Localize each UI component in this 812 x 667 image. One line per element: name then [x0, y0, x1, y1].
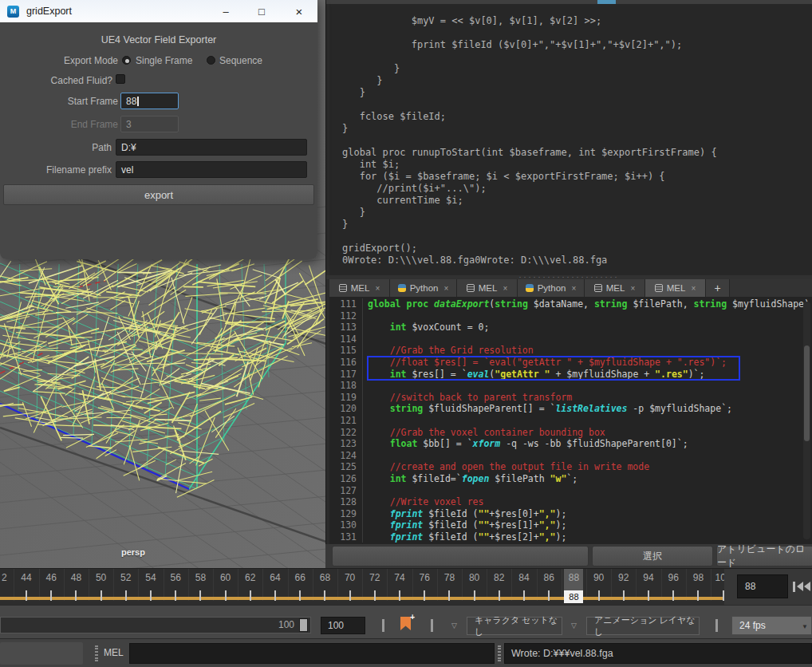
frame-cell-separator: [462, 569, 463, 601]
code-line[interactable]: 124: [329, 450, 812, 462]
frame-ruler[interactable]: 2444648505254565860626466687072747678808…: [0, 569, 724, 606]
code-text: //switch back to parent transform: [363, 392, 572, 404]
export-button[interactable]: export: [3, 184, 314, 205]
attribute-editor-blank-button[interactable]: [332, 546, 589, 566]
code-line[interactable]: 122 //Grab the voxel container bounding …: [329, 427, 812, 439]
code-line[interactable]: 125 //create and open the output file in…: [329, 461, 812, 473]
code-text: [363, 310, 368, 322]
maximize-button[interactable]: □: [250, 0, 274, 22]
dropdown-arrow-icon[interactable]: ▽: [571, 622, 577, 630]
code-scrollbar-thumb[interactable]: [804, 345, 810, 441]
close-button[interactable]: ×: [287, 0, 311, 22]
code-scrollbar[interactable]: [803, 302, 810, 539]
minimize-button[interactable]: –: [214, 0, 238, 22]
divider-handle[interactable]: [715, 619, 718, 632]
bookmark-flag: [400, 617, 411, 630]
character-set-dropdown[interactable]: キャラクタ セットなし: [467, 617, 562, 635]
grip-handle[interactable]: [95, 645, 98, 661]
range-slider-handle[interactable]: [299, 618, 308, 632]
code-line[interactable]: 129 fprint $fileId (""+$res[0]+",");: [329, 508, 812, 520]
frame-label: 58: [195, 572, 206, 583]
maya-application-window: persp $myV = << $v[0], $v[1], $v[2] >>; …: [0, 0, 812, 667]
tab-python[interactable]: Python×: [518, 279, 585, 297]
tab-mel[interactable]: MEL×: [585, 279, 645, 297]
code-line[interactable]: 118: [329, 380, 812, 392]
go-to-start-triangle: [797, 582, 803, 591]
command-language-label[interactable]: MEL: [104, 647, 124, 658]
load-attributes-button[interactable]: アトリビュートのロード: [716, 546, 812, 566]
frame-cell-separator: [711, 569, 711, 601]
code-line[interactable]: 111global proc dataExport(string $dataNa…: [329, 298, 812, 310]
dropdown-arrow-icon[interactable]: ▽: [451, 622, 457, 630]
frame-tick: [349, 590, 351, 601]
code-line[interactable]: 116 //float $res[] = `eval("getAttr " + …: [329, 357, 812, 369]
code-line[interactable]: 130 fprint $fileId (""+$res[1]+",");: [329, 519, 812, 531]
close-tab-icon[interactable]: ×: [630, 284, 635, 293]
dialog-title-bar[interactable]: M gridExport – □ ×: [0, 0, 317, 22]
close-tab-icon[interactable]: ×: [443, 284, 448, 293]
code-line[interactable]: 121: [329, 415, 812, 427]
single-frame-radio-label[interactable]: Single Frame: [136, 55, 192, 66]
code-line[interactable]: 115 //Grab the Grid resolution: [329, 345, 812, 357]
animation-layer-dropdown[interactable]: アニメーション レイヤなし: [586, 617, 700, 635]
mel-command-input[interactable]: [129, 643, 495, 664]
code-line[interactable]: 127: [329, 485, 812, 497]
single-frame-radio[interactable]: [122, 56, 131, 65]
code-line[interactable]: 114: [329, 334, 812, 345]
frame-tick: [125, 590, 127, 601]
sequence-radio[interactable]: [207, 56, 215, 65]
code-line[interactable]: 119 //switch back to parent transform: [329, 392, 812, 404]
script-input-pane[interactable]: 111global proc dataExport(string $dataNa…: [329, 297, 812, 544]
code-text: float $bb[] = `xform -q -ws -bb $fluidSh…: [363, 438, 688, 450]
select-button[interactable]: 選択: [592, 546, 713, 566]
code-text: [363, 334, 368, 345]
code-line[interactable]: 112: [329, 310, 812, 322]
tab-mel[interactable]: MEL×: [329, 279, 390, 297]
fps-dropdown[interactable]: 24 fps ▼: [731, 616, 812, 635]
tab-python[interactable]: Python×: [390, 279, 457, 297]
close-tab-icon[interactable]: ×: [375, 284, 380, 293]
cached-fluid-checkbox[interactable]: [116, 74, 125, 84]
playback-range-slider[interactable]: 100: [0, 617, 311, 633]
python-tab-icon: [526, 284, 534, 292]
tab-mel[interactable]: MEL×: [645, 279, 706, 297]
frame-cell-separator: [238, 569, 238, 601]
frame-tick: [399, 590, 400, 601]
script-history-pane[interactable]: $myV = << $v[0], $v[1], $v[2] >>; fprint…: [329, 4, 812, 275]
sequence-radio-label[interactable]: Sequence: [219, 55, 262, 66]
line-number: 123: [329, 438, 363, 450]
time-slider[interactable]: 2444648505254565860626466687072747678808…: [0, 568, 812, 605]
go-to-start-icon[interactable]: [793, 574, 812, 598]
frame-cell-separator: [262, 569, 263, 601]
code-line[interactable]: 113 int $voxCount = 0;: [329, 322, 812, 334]
new-tab-button[interactable]: +: [706, 279, 730, 297]
code-line[interactable]: 120 string $fluidShapeParent[] = `listRe…: [329, 403, 812, 415]
frame-cell-separator: [586, 569, 587, 601]
code-line[interactable]: 128 //Write voxel res: [329, 496, 812, 508]
frame-cell-separator: [288, 569, 289, 601]
start-frame-field[interactable]: 88: [120, 93, 179, 109]
cached-fluid-label: Cached Fluid?: [0, 75, 112, 86]
code-text: string $fluidShapeParent[] = `listRelati…: [363, 403, 732, 415]
line-number: 114: [329, 334, 363, 345]
history-line: global proc runupToStart(int $baseframe,…: [342, 147, 812, 159]
path-field[interactable]: D:¥: [116, 139, 307, 156]
frame-cell-separator: [487, 569, 487, 601]
code-line[interactable]: 117 int $res[] = `eval("getAttr " + $myf…: [329, 369, 812, 381]
close-tab-icon[interactable]: ×: [571, 284, 576, 293]
animation-end-field[interactable]: 100: [321, 617, 365, 634]
close-tab-icon[interactable]: ×: [691, 284, 696, 293]
close-tab-icon[interactable]: ×: [503, 284, 507, 293]
divider-handle[interactable]: [382, 619, 384, 632]
divider-handle[interactable]: [431, 619, 433, 632]
grip-handle[interactable]: [498, 645, 501, 661]
mel-tab-icon: [339, 284, 347, 292]
code-line[interactable]: 126 int $fileId=`fopen $filePath "w"`;: [329, 473, 812, 485]
bookmark-add-icon[interactable]: +: [400, 616, 412, 631]
code-line[interactable]: 131 fprint $fileId (""+$res[2]+",");: [329, 531, 812, 543]
tab-mel[interactable]: MEL×: [457, 279, 518, 297]
filename-prefix-field[interactable]: vel: [116, 161, 307, 178]
code-text: [363, 415, 368, 427]
code-line[interactable]: 123 float $bb[] = `xform -q -ws -bb $flu…: [329, 438, 812, 450]
current-frame-field[interactable]: 88: [737, 574, 788, 598]
